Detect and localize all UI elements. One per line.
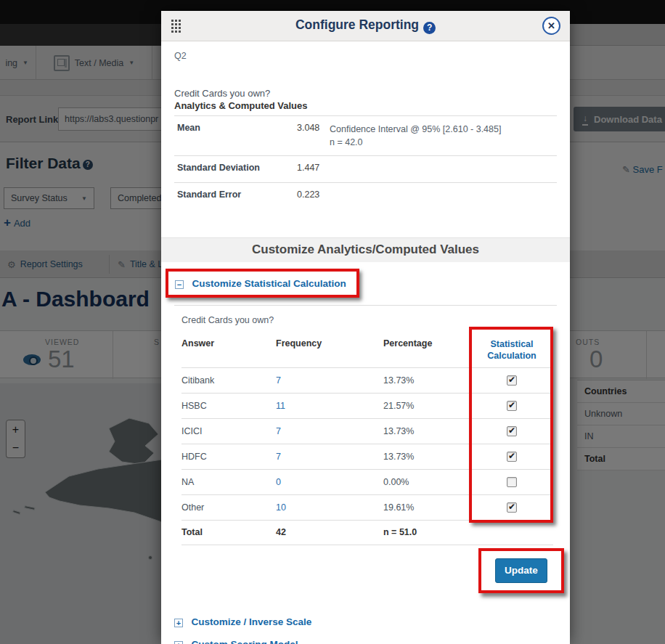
- dialog-body: Q2 Credit Cards you own? Analytics & Com…: [161, 51, 570, 644]
- expander-links: + Customize / Inverse Scale + Custom Sco…: [174, 615, 557, 644]
- close-button[interactable]: ✕: [542, 17, 560, 35]
- answer-label: ICICI: [181, 426, 276, 436]
- frequency-link[interactable]: 10: [276, 502, 383, 513]
- frequency-link[interactable]: 7: [276, 375, 383, 386]
- analytics-row: Mean 3.048 Confidence Interval @ 95% [2.…: [174, 115, 557, 155]
- configure-reporting-dialog: Configure Reporting? ✕ Q2 Credit Cards y…: [161, 11, 570, 644]
- percentage-value: 13.73%: [383, 375, 470, 386]
- frequency-link[interactable]: 11: [276, 401, 383, 411]
- answer-row: NA 0 0.00%: [181, 469, 553, 494]
- percentage-value: 13.73%: [383, 452, 470, 462]
- statistical-calculation-checkbox[interactable]: [507, 426, 517, 436]
- answer-label: Citibank: [181, 375, 276, 386]
- expander-link-row: + Custom Scoring Model: [174, 637, 557, 644]
- divider: [174, 305, 557, 306]
- statistical-calculation-checkbox[interactable]: [507, 502, 517, 513]
- answer-label: HDFC: [181, 452, 276, 462]
- annotation-box-stat-calc: − Customize Statistical Calculation: [166, 269, 359, 298]
- question-text: Credit Cards you own?: [174, 88, 557, 99]
- statistical-calculation-checkbox[interactable]: [507, 452, 517, 462]
- expand-icon[interactable]: +: [174, 619, 183, 627]
- percentage-value: 13.73%: [383, 426, 470, 436]
- total-row: Total 42 n = 51.0: [181, 520, 553, 545]
- annotation-box-update: Update: [478, 548, 564, 593]
- question-code: Q2: [174, 51, 557, 61]
- collapse-icon[interactable]: −: [175, 280, 184, 289]
- dialog-title: Configure Reporting?: [161, 17, 570, 34]
- statistical-calculation-checkbox[interactable]: [507, 477, 517, 487]
- drag-handle-icon[interactable]: [171, 19, 181, 34]
- answer-row: HDFC 7 13.73%: [181, 444, 553, 469]
- percentage-value: 21.57%: [383, 401, 470, 411]
- answer-row: ICICI 7 13.73%: [181, 418, 553, 444]
- dialog-header: Configure Reporting? ✕: [161, 11, 570, 41]
- analytics-row: Standard Deviation 1.447: [174, 155, 557, 182]
- expander-link[interactable]: Custom Scoring Model: [191, 639, 298, 644]
- col-percentage: Percentage: [383, 338, 470, 349]
- analytics-row: Standard Error 0.223: [174, 182, 557, 209]
- customize-statistical-calculation-link[interactable]: Customize Statistical Calculation: [192, 278, 346, 289]
- col-frequency: Frequency: [276, 338, 383, 349]
- question-text-2: Credit Cards you own?: [181, 315, 557, 325]
- expand-icon[interactable]: +: [174, 641, 183, 644]
- col-answer: Answer: [181, 338, 276, 349]
- update-area: Update: [174, 547, 557, 598]
- percentage-value: 19.61%: [383, 502, 470, 513]
- percentage-value: 0.00%: [383, 477, 470, 487]
- answer-label: NA: [181, 477, 276, 487]
- answers-table: Answer Frequency Percentage Statistical …: [181, 335, 553, 545]
- answer-row: Citibank 7 13.73%: [181, 367, 553, 393]
- statistical-calculation-checkbox[interactable]: [507, 375, 517, 386]
- col-statistical-calculation: Statistical Calculation: [470, 338, 553, 362]
- answer-row: HSBC 11 21.57%: [181, 393, 553, 418]
- statistical-calculation-checkbox[interactable]: [507, 401, 517, 411]
- frequency-link[interactable]: 7: [276, 452, 383, 462]
- answers-header-row: Answer Frequency Percentage Statistical …: [181, 335, 553, 367]
- analytics-heading: Analytics & Computed Values: [174, 100, 557, 111]
- app-screen: ing ▼ Text / Media ▼ Report Link https:/…: [0, 0, 665, 644]
- close-icon: ✕: [547, 20, 555, 31]
- answer-label: HSBC: [181, 401, 276, 411]
- frequency-link[interactable]: 0: [276, 477, 383, 487]
- help-icon[interactable]: ?: [423, 22, 436, 34]
- answer-label: Other: [181, 502, 276, 513]
- expander-link-row: + Customize / Inverse Scale: [174, 615, 557, 628]
- customize-section-heading: Customize Analytics/Computed Values: [161, 237, 570, 262]
- frequency-link[interactable]: 7: [276, 426, 383, 436]
- update-button[interactable]: Update: [495, 558, 547, 583]
- answer-row: Other 10 19.61%: [181, 494, 553, 520]
- expander-link[interactable]: Customize / Inverse Scale: [191, 616, 311, 627]
- analytics-table: Mean 3.048 Confidence Interval @ 95% [2.…: [174, 115, 557, 210]
